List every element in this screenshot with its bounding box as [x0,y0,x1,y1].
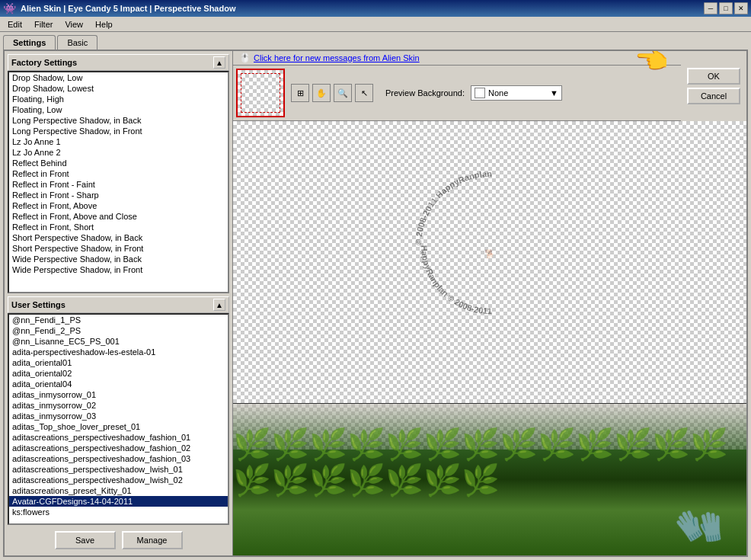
right-top-main: 🖱️ Click here for new messages from Alie… [233,51,681,121]
left-panel: Factory Settings ▲ Drop Shadow, LowDrop … [5,51,233,555]
message-icon: 🖱️ [239,53,251,63]
tab-settings[interactable]: Settings [3,35,56,50]
list-item[interactable]: Wide Perspective Shadow, in Front [9,264,228,275]
tabs-row: Settings Basic [3,35,748,50]
preview-thumbnail [236,69,285,117]
scene-area: 🧤 🌿🌿🌿🌿🌿🌿🌿🌿🌿🌿🌿🌿🌿🌿🌿🌿🌿🌿🌿🌿 [233,403,746,555]
user-settings-label: User Settings [11,300,66,309]
list-item[interactable]: aditas_inmysorrow_02 [9,400,228,411]
list-item[interactable]: @nn_Fendi_2_PS [9,325,228,336]
title-text: Alien Skin | Eye Candy 5 Impact | Perspe… [21,4,235,13]
user-settings-header[interactable]: User Settings ▲ [8,296,229,313]
list-item[interactable]: aditascreations_preset_Kitty_01 [9,485,228,496]
list-item[interactable]: Lz Jo Anne 1 [9,136,228,147]
close-button[interactable]: ✕ [734,2,748,14]
list-item[interactable]: Short Perspective Shadow, in Back [9,232,228,243]
action-buttons: 👉 OK Cancel [681,51,746,121]
bottom-buttons: Save Manage [8,528,229,552]
list-item[interactable]: Reflect in Front, Short [9,222,228,232]
list-item[interactable]: Avatar-CGFDesigns-14-04-2011👉 [9,496,228,507]
list-item[interactable]: adita-perspectiveshadow-les-estela-01 [9,347,228,357]
bg-color-swatch [475,88,485,98]
list-item[interactable]: Floating, Low [9,104,228,115]
minimize-button[interactable]: ─ [704,2,717,14]
cancel-button[interactable]: Cancel [687,88,740,104]
pan-icon: ✋ [316,88,327,98]
blue-glove: 🧤 [670,497,730,555]
main-container: Settings Basic Factory Settings ▲ Drop S… [0,32,751,560]
preview-bg-select[interactable]: None ▼ [471,85,562,101]
list-item[interactable]: Reflect in Front, Above and Close [9,211,228,222]
list-item[interactable]: Reflect in Front - Faint [9,179,228,190]
zoom-fit-icon: ⊞ [297,88,304,98]
manage-button[interactable]: Manage [122,531,183,549]
zoom-icon: 🔍 [337,88,348,98]
user-settings-section: User Settings ▲ @nn_Fendi_1_PS@nn_Fendi_… [8,296,229,525]
factory-settings-label: Factory Settings [11,58,77,67]
list-item[interactable]: Reflect in Front - Sharp [9,190,228,200]
list-item[interactable]: Drop Shadow, Lowest [9,83,228,94]
pan-button[interactable]: ✋ [312,84,331,102]
list-item[interactable]: Reflect Behind [9,158,228,168]
zoom-button[interactable]: 🔍 [334,84,352,102]
list-item[interactable]: Lz Jo Anne 2 [9,147,228,158]
hand-pointer-icon: 👉 [635,51,670,75]
menu-help[interactable]: Help [89,18,119,30]
preview-toolbar: ⊞ ✋ 🔍 ↖ [233,66,681,121]
app-icon: 👾 [3,2,16,14]
menu-view[interactable]: View [59,18,89,30]
list-item[interactable]: aditascreations_perspectiveshadow_Iwish_… [9,475,228,485]
message-link[interactable]: Click here for new messages from Alien S… [254,53,420,62]
list-item[interactable]: Reflect in Front [9,168,228,179]
list-item[interactable]: adita_oriental01 [9,357,228,368]
list-item[interactable]: Wide Perspective Shadow, in Back [9,254,228,264]
list-item[interactable]: Long Perspective Shadow, in Back [9,115,228,126]
user-settings-list[interactable]: @nn_Fendi_1_PS@nn_Fendi_2_PS@nn_Lisanne_… [8,313,229,525]
list-item[interactable]: ks:flowers [9,507,228,517]
menu-filter[interactable]: Filter [28,18,59,30]
preview-canvas: © 2008-2011 HappyRanplan HappyRanplan © … [233,121,746,403]
menu-bar: Edit Filter View Help [0,17,751,32]
factory-scroll-btn[interactable]: ▲ [213,56,225,69]
save-button[interactable]: Save [55,531,116,549]
watermark-svg: © 2008-2011 HappyRanplan HappyRanplan © … [406,162,574,329]
svg-text:HappyRanplan  © 2008-2011: HappyRanplan © 2008-2011 [420,245,492,315]
factory-settings-section: Factory Settings ▲ Drop Shadow, LowDrop … [8,54,229,293]
vegetation: 🌿🌿🌿🌿🌿🌿🌿🌿🌿🌿🌿🌿🌿🌿🌿🌿🌿🌿🌿🌿 [233,427,746,498]
watermark-container: © 2008-2011 HappyRanplan HappyRanplan © … [406,162,574,329]
list-item[interactable]: aditas_inmysorrow_01 [9,389,228,400]
list-item[interactable]: Drop Shadow, Low [9,72,228,83]
message-bar: 🖱️ Click here for new messages from Alie… [233,51,681,66]
list-item[interactable]: Floating, High [9,94,228,104]
list-item[interactable]: aditascreations_perspectiveshadow_fashio… [9,453,228,464]
menu-edit[interactable]: Edit [2,18,28,30]
list-item[interactable]: aditas_inmysorrow_03 [9,411,228,421]
zoom-fit-button[interactable]: ⊞ [291,84,309,102]
list-item[interactable]: Reflect in Front, Above [9,200,228,211]
list-item[interactable]: aditascreations_perspectiveshadow_Iwish_… [9,464,228,475]
svg-text:© 2008-2011  HappyRanplan: © 2008-2011 HappyRanplan [414,169,492,245]
title-bar: 👾 Alien Skin | Eye Candy 5 Impact | Pers… [0,0,751,17]
select-icon: ↖ [361,88,368,98]
hand-indicator-icon: 👉 [228,493,229,514]
tab-basic[interactable]: Basic [57,35,97,50]
maximize-button[interactable]: □ [719,2,733,14]
list-item[interactable]: aditas_Top_shoe_lover_preset_01 [9,421,228,432]
dropdown-arrow-icon: ▼ [550,88,558,98]
list-item[interactable]: Short Perspective Shadow, in Front [9,243,228,254]
list-item[interactable]: @nn_Fendi_1_PS [9,315,228,325]
list-item[interactable]: Long Perspective Shadow, in Front [9,126,228,136]
ok-button[interactable]: OK [687,68,740,85]
user-scroll-btn[interactable]: ▲ [213,299,225,311]
preview-bg-label: Preview Background: [385,88,465,98]
svg-text:🐕: 🐕 [484,248,495,259]
list-item[interactable]: adita_oriental04 [9,379,228,389]
toolbar-icons: ⊞ ✋ 🔍 ↖ [291,84,373,102]
factory-settings-header[interactable]: Factory Settings ▲ [8,54,229,71]
list-item[interactable]: @nn_Lisanne_EC5_PS_001 [9,336,228,347]
list-item[interactable]: adita_oriental02 [9,368,228,379]
list-item[interactable]: aditascreations_perspectiveshadow_fashio… [9,443,228,453]
factory-settings-list[interactable]: Drop Shadow, LowDrop Shadow, LowestFloat… [8,71,229,293]
select-button[interactable]: ↖ [355,84,373,102]
list-item[interactable]: aditascreations_perspectiveshadow_fashio… [9,432,228,443]
